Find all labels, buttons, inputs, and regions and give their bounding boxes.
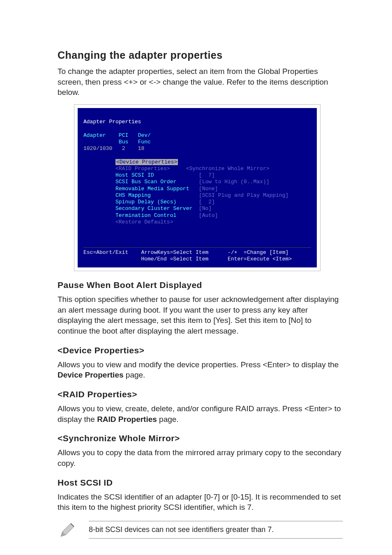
- bios-row-adapter: 1020/1030: [83, 145, 112, 152]
- bios-row-bus: 2: [122, 145, 125, 152]
- bios-header: Adapter Properties: [83, 119, 141, 125]
- para-pause: This option specifies whether to pause f…: [58, 294, 343, 336]
- bios-item-scan[interactable]: SCSI Bus Scan Order [Low to High (0..Max…: [115, 179, 269, 185]
- bios-col-dev: Dev/: [138, 132, 151, 138]
- para-host: Indicates the SCSI identifier of an adap…: [58, 492, 343, 513]
- bios-item-term[interactable]: Termination Control [Auto]: [115, 212, 218, 219]
- page-title: Changing the adapter properties: [58, 49, 343, 61]
- bios-item-chs[interactable]: CHS Mapping [SCSI Plug and Play Mapping]: [115, 192, 288, 198]
- para-raid: Allows you to view, create, delete, and/…: [58, 403, 343, 424]
- heading-host: Host SCSI ID: [58, 478, 343, 488]
- para-device: Allows you to view and modify the device…: [58, 359, 343, 380]
- bios-item-host[interactable]: Host SCSI ID [ 7]: [115, 172, 215, 178]
- heading-sync: <Synchronize Whole Mirror>: [58, 433, 343, 443]
- bios-item-raid[interactable]: <RAID Properties> <Synchronize Whole Mir…: [115, 166, 269, 172]
- bios-item-removable[interactable]: Removable Media Support [None]: [115, 186, 218, 192]
- bios-col-adapter: Adapter: [83, 132, 106, 138]
- bios-screenshot: Adapter Properties Adapter PCI Dev/ Bus …: [74, 104, 321, 271]
- heading-pause: Pause When Boot Alert Displayed: [58, 280, 343, 290]
- intro-paragraph: To change the adapter properties, select…: [58, 66, 343, 98]
- heading-raid: <RAID Properties>: [58, 389, 343, 399]
- note-text: 8-bit SCSI devices can not see identifie…: [89, 521, 343, 539]
- bios-item-secondary[interactable]: Secondary Cluster Server [No]: [115, 205, 212, 212]
- bios-item-spinup[interactable]: Spinup Delay (Secs) [ 2]: [115, 199, 215, 205]
- bios-footer: Esc=Abort/Exit ArrowKeys=Select Item -/+…: [83, 247, 311, 263]
- heading-device: <Device Properties>: [58, 345, 343, 355]
- bios-item-restore[interactable]: <Restore Defaults>: [115, 219, 173, 225]
- bios-selected-item[interactable]: <Device Properties>: [115, 159, 178, 165]
- bios-col-bus: Bus: [119, 139, 128, 145]
- bios-row-func: 18: [138, 145, 145, 152]
- note: 8-bit SCSI devices can not see identifie…: [58, 520, 343, 540]
- bios-col-func: Func: [138, 139, 151, 145]
- bios-col-pci: PCI: [119, 132, 128, 138]
- pencil-icon: [58, 520, 77, 540]
- bios-terminal: Adapter Properties Adapter PCI Dev/ Bus …: [78, 108, 317, 267]
- para-sync: Allows you to copy the data from the mir…: [58, 447, 343, 468]
